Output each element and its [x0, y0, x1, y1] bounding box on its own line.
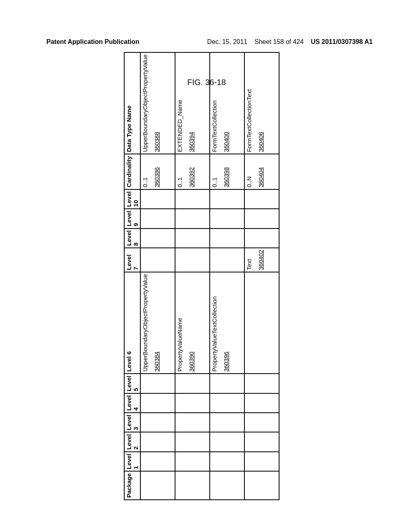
header-left: Patent Application Publication — [46, 38, 140, 46]
cell-text: 0..1 — [211, 177, 218, 187]
col-data: Data Type Name — [124, 52, 140, 154]
table-row: UpperBoundaryObjectPropertyValue 360384 … — [140, 52, 175, 500]
cell-text: 0..N — [246, 176, 252, 187]
package-cell — [140, 471, 175, 500]
cell-ref: 360398 — [223, 156, 229, 187]
col-l9: Level 9 — [124, 209, 140, 228]
cell-l6: UpperBoundaryObjectPropertyValue 360384 — [140, 272, 175, 374]
cell-text: UpperBoundaryObjectPropertyValue — [142, 274, 148, 372]
header-date: Dec. 15, 2011 — [207, 38, 248, 45]
col-l8: Level 8 — [124, 229, 140, 248]
cell-data: UpperBoundaryObjectPropertyValue 360388 — [140, 52, 175, 154]
col-l10: Level 10 — [124, 189, 140, 209]
cell-l6: PropertyValueTextCollection 360396 — [210, 272, 244, 374]
cell-l6: PropertyValueName 360390 — [175, 272, 210, 374]
cell-ref: 360396 — [223, 274, 229, 372]
cell-data: FormTextCollectionText 360406 — [244, 52, 279, 154]
col-l1: Level 1 — [124, 452, 140, 471]
cell-cardin: 0..1 360392 — [175, 154, 210, 189]
cell-data: EXTENDED_Name 360394 — [175, 52, 210, 154]
table-row: PropertyValueTextCollection 360396 0..1 … — [210, 52, 244, 500]
col-package: Package — [124, 471, 140, 500]
col-l6: Level 6 — [124, 272, 140, 374]
table-row: Text 360402 0..N 360404 FormTextCollecti… — [244, 52, 279, 500]
cell-text: 0..1 — [176, 177, 183, 187]
col-cardin: Cardinality — [124, 154, 140, 189]
cell-cardin: 0..1 360386 — [140, 154, 175, 189]
cell-text: 0..1 — [142, 177, 148, 187]
page-header: Patent Application Publication Dec. 15, … — [0, 38, 413, 46]
cell-text: Text — [246, 259, 252, 270]
cell-ref: 360400 — [223, 54, 229, 152]
cell-ref: 360402 — [257, 250, 264, 270]
cell-cardin: 0..1 360398 — [210, 154, 244, 189]
table-row: PropertyValueName 360390 0..1 360392 — [175, 52, 210, 500]
header-sheet: Sheet 158 of 424 — [254, 38, 304, 45]
cell-data: FormTextCollection 360400 — [210, 52, 244, 154]
cell-ref: 360388 — [153, 54, 160, 152]
cell-text: PropertyValueName — [176, 318, 183, 372]
table-header-row: Package Level 1 Level 2 Level 3 Level 4 … — [124, 52, 140, 500]
col-l3: Level 3 — [124, 413, 140, 432]
data-table: Package Level 1 Level 2 Level 3 Level 4 … — [124, 52, 280, 500]
cell-text: PropertyValueTextCollection — [211, 296, 218, 372]
cell-ref: 360392 — [188, 156, 195, 187]
col-l4: Level 4 — [124, 393, 140, 413]
cell-ref: 360384 — [153, 274, 160, 372]
cell-text: EXTENDED_Name — [176, 100, 183, 152]
cell-ref: 360394 — [188, 54, 195, 152]
cell-text: UpperBoundaryObjectPropertyValue — [142, 54, 148, 152]
col-l5: Level 5 — [124, 374, 140, 393]
header-pubno: US 2011/0307398 A1 — [311, 38, 373, 45]
cell-ref: 360404 — [257, 156, 264, 187]
cell-text: FormTextCollectionText — [246, 89, 252, 152]
table-container: Package Level 1 Level 2 Level 3 Level 4 … — [124, 52, 280, 500]
header-right: Dec. 15, 2011 Sheet 158 of 424 US 2011/0… — [207, 38, 373, 46]
cell-cardin: 0..N 360404 — [244, 154, 279, 189]
cell-l7: Text 360402 — [244, 248, 279, 272]
cell-ref: 360390 — [188, 274, 195, 372]
col-l2: Level 2 — [124, 432, 140, 451]
cell-ref: 360386 — [153, 156, 160, 187]
cell-text: FormTextCollection — [211, 100, 218, 152]
col-l7: Level 7 — [124, 248, 140, 272]
cell-ref: 360406 — [257, 54, 264, 152]
